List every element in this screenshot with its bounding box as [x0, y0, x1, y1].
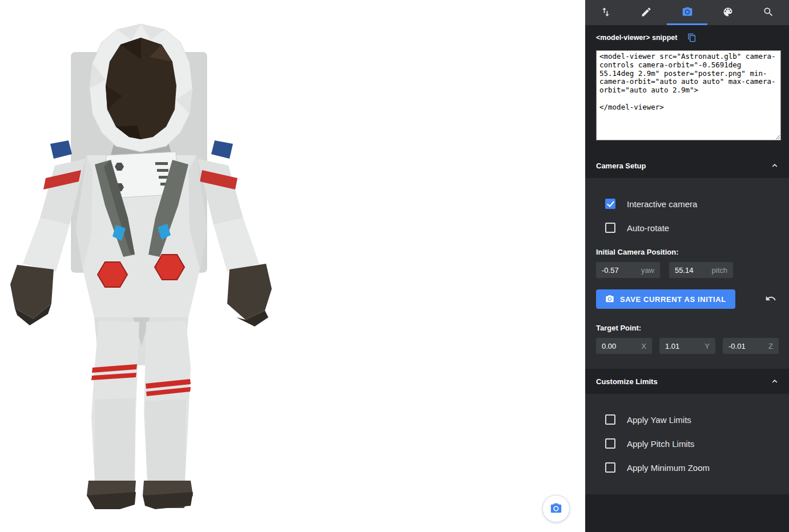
apply-yaw-limits-label: Apply Yaw Limits — [627, 415, 691, 425]
target-z-value: -0.01 — [728, 342, 746, 350]
target-x-input[interactable]: 0.00 X — [596, 338, 652, 354]
interactive-camera-row[interactable]: Interactive camera — [596, 192, 780, 216]
customize-limits-content: Apply Yaw Limits Apply Pitch Limits Appl… — [585, 394, 789, 494]
search-icon — [763, 6, 774, 18]
interactive-camera-label: Interactive camera — [627, 199, 697, 209]
target-y-suffix: Y — [705, 342, 710, 350]
copy-snippet-button[interactable] — [687, 33, 697, 42]
camera-icon — [682, 6, 693, 18]
pencil-icon — [641, 6, 652, 18]
target-y-input[interactable]: 1.01 Y — [659, 338, 715, 354]
target-x-suffix: X — [641, 342, 646, 350]
save-button-label: SAVE CURRENT AS INITIAL — [620, 295, 726, 304]
target-z-suffix: Z — [768, 342, 773, 350]
apply-yaw-limits-row[interactable]: Apply Yaw Limits — [596, 408, 780, 432]
camera-setup-title: Camera Setup — [596, 162, 646, 170]
apply-minimum-zoom-row[interactable]: Apply Minimum Zoom — [596, 456, 780, 479]
camera-icon — [550, 502, 562, 515]
panel-footer-spacer — [585, 494, 789, 532]
camera-icon — [605, 295, 614, 304]
swap-vertical-icon — [600, 6, 611, 18]
undo-button[interactable] — [765, 293, 776, 306]
apply-minimum-zoom-checkbox[interactable] — [605, 462, 615, 473]
yaw-input[interactable]: -0.57 yaw — [596, 262, 660, 278]
target-point-label: Target Point: — [596, 324, 780, 332]
apply-pitch-limits-label: Apply Pitch Limits — [627, 439, 694, 449]
customize-limits-title: Customize Limits — [596, 377, 658, 386]
customize-limits-header[interactable]: Customize Limits — [585, 369, 789, 394]
interactive-camera-checkbox[interactable] — [605, 199, 615, 209]
pitch-suffix: pitch — [712, 266, 727, 275]
camera-setup-header[interactable]: Camera Setup — [585, 153, 789, 178]
apply-minimum-zoom-label: Apply Minimum Zoom — [627, 463, 710, 473]
auto-rotate-label: Auto-rotate — [627, 223, 669, 233]
pitch-value: 55.14 — [675, 266, 694, 275]
tab-camera[interactable] — [667, 0, 707, 25]
chevron-up-icon[interactable] — [770, 160, 780, 171]
snippet-code-textarea[interactable]: <model-viewer src="Astronaut.glb" camera… — [596, 50, 781, 140]
tab-materials[interactable] — [707, 0, 748, 25]
apply-yaw-limits-checkbox[interactable] — [605, 414, 615, 425]
tab-file-manager[interactable] — [585, 0, 626, 25]
initial-camera-position-label: Initial Camera Position: — [596, 248, 780, 256]
snippet-title: <model-viewer> snippet — [596, 34, 677, 42]
astronaut-model — [0, 0, 285, 532]
auto-rotate-row[interactable]: Auto-rotate — [596, 216, 780, 240]
target-x-value: 0.00 — [602, 342, 616, 350]
editor-panel: <model-viewer> snippet <model-viewer src… — [585, 0, 789, 532]
pitch-input[interactable]: 55.14 pitch — [669, 262, 733, 278]
camera-setup-content: Interactive camera Auto-rotate Initial C… — [585, 178, 789, 369]
yaw-value: -0.57 — [602, 266, 619, 275]
apply-pitch-limits-checkbox[interactable] — [605, 438, 615, 449]
editor-toolbar — [585, 0, 789, 25]
auto-rotate-checkbox[interactable] — [605, 223, 615, 233]
snippet-section: <model-viewer> snippet <model-viewer src… — [585, 25, 789, 153]
target-z-input[interactable]: -0.01 Z — [723, 338, 779, 354]
model-viewer-canvas[interactable] — [0, 0, 585, 532]
undo-icon — [765, 293, 776, 304]
yaw-suffix: yaw — [641, 266, 654, 275]
tab-edit[interactable] — [626, 0, 666, 25]
copy-icon — [687, 33, 697, 42]
target-y-value: 1.01 — [665, 342, 679, 350]
apply-pitch-limits-row[interactable]: Apply Pitch Limits — [596, 432, 780, 456]
screenshot-fab-button[interactable] — [542, 495, 570, 522]
save-current-as-initial-button[interactable]: SAVE CURRENT AS INITIAL — [596, 289, 735, 309]
palette-icon — [722, 6, 734, 18]
tab-inspector[interactable] — [748, 0, 789, 25]
chevron-up-icon[interactable] — [770, 376, 780, 386]
